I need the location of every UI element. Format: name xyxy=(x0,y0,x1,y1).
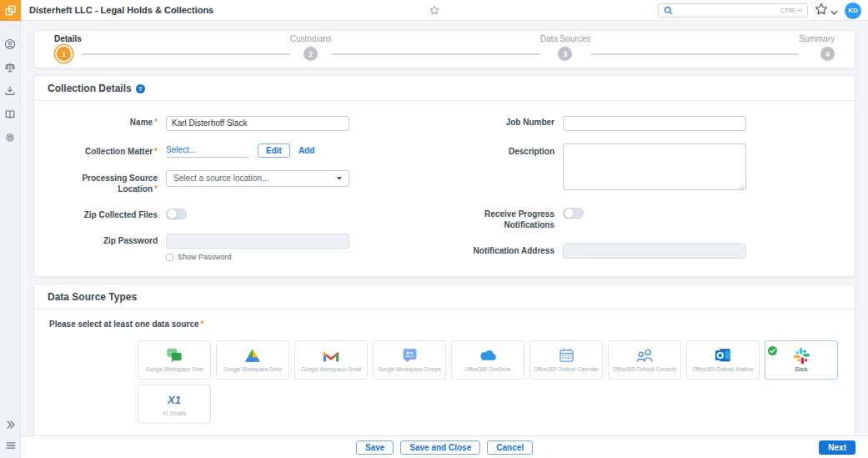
tile-label: Slack xyxy=(795,367,807,373)
info-icon[interactable] xyxy=(136,84,145,93)
main-content: Details1Custodians2Data Sources3Summary4… xyxy=(21,21,868,435)
tile-google-workspace-gmail[interactable]: Google Workspace Gmail xyxy=(294,340,368,380)
add-matter-link[interactable]: Add xyxy=(299,146,314,155)
next-button[interactable]: Next xyxy=(819,440,855,455)
data-source-instruction: Please select at least one data source* xyxy=(49,320,840,329)
top-bar: Disterheft LLC - Legal Holds & Collectio… xyxy=(0,0,868,21)
description-textarea[interactable] xyxy=(563,143,746,190)
edit-matter-button[interactable]: Edit xyxy=(258,143,290,158)
collection-details-card: Collection Details Name* Collection Matt… xyxy=(33,75,855,277)
job-number-input[interactable] xyxy=(563,116,746,131)
tile-label: Office365 Outlook Mailbox xyxy=(692,367,754,373)
sidebar xyxy=(0,21,21,458)
google-gmail-icon xyxy=(322,347,340,364)
step-data-sources[interactable]: Data Sources3 xyxy=(540,34,591,61)
search-icon xyxy=(664,3,673,18)
search-shortcut: CTRL+/ xyxy=(780,7,802,14)
notification-address-input xyxy=(563,244,746,259)
tile-office365-outlook-calendar[interactable]: Office365 Outlook Calendar xyxy=(529,340,603,380)
zip-password-label: Zip Password xyxy=(49,233,158,262)
step-number: 2 xyxy=(304,47,318,61)
tile-label: Office365 OneDrive xyxy=(464,367,510,373)
cancel-button[interactable]: Cancel xyxy=(487,440,533,455)
expand-icon[interactable] xyxy=(4,418,17,430)
user-icon[interactable] xyxy=(4,38,17,50)
tile-office365-outlook-mailbox[interactable]: Office365 Outlook Mailbox xyxy=(686,340,760,380)
menu-icon[interactable] xyxy=(4,439,17,451)
notification-address-label: Notification Address xyxy=(463,243,554,259)
zip-collected-files-toggle[interactable] xyxy=(166,209,187,219)
outlook-contacts-icon xyxy=(635,347,655,364)
stepper: Details1Custodians2Data Sources3Summary4 xyxy=(34,31,855,68)
caret-down-icon xyxy=(337,177,342,180)
chevron-down-icon xyxy=(830,3,838,18)
tile-label: Google Workspace Groups xyxy=(378,367,441,373)
import-icon[interactable] xyxy=(4,84,17,97)
step-label: Summary xyxy=(799,34,835,43)
step-number: 4 xyxy=(820,47,835,61)
outlook-mailbox-icon xyxy=(714,347,732,364)
favorite-star-icon[interactable] xyxy=(429,4,439,19)
tile-slack[interactable]: Slack xyxy=(765,340,838,380)
tile-google-workspace-groups[interactable]: Google Workspace Groups xyxy=(373,340,446,380)
selected-check-icon xyxy=(768,344,777,353)
tile-google-workspace-drive[interactable]: Google Workspace Drive xyxy=(216,340,289,380)
google-groups-icon xyxy=(401,347,419,364)
receive-progress-notifications-toggle[interactable] xyxy=(563,208,584,219)
zip-collected-files-label: Zip Collected Files xyxy=(49,207,158,220)
gear-icon[interactable] xyxy=(4,131,17,143)
tile-office365-onedrive[interactable]: Office365 OneDrive xyxy=(451,340,524,380)
tile-label: Office365 Outlook Contacts xyxy=(613,367,677,373)
step-connector xyxy=(82,53,290,55)
show-password-label: Show Password xyxy=(178,253,232,261)
tile-label: Google Workspace Gmail xyxy=(301,367,361,373)
name-input[interactable] xyxy=(166,116,349,131)
tile-label: X1 Emails xyxy=(163,411,186,417)
tile-office365-outlook-contacts[interactable]: Office365 Outlook Contacts xyxy=(608,340,681,380)
step-number: 3 xyxy=(558,47,572,61)
step-label: Data Sources xyxy=(540,34,591,43)
save-button[interactable]: Save xyxy=(356,440,394,455)
step-connector xyxy=(332,53,540,55)
outlook-calendar-icon xyxy=(558,347,575,364)
step-details[interactable]: Details1 xyxy=(54,34,82,61)
onedrive-icon xyxy=(478,347,498,364)
tile-label: Google Workspace Drive xyxy=(223,367,282,373)
receive-progress-notifications-label: Receive Progress Notifications xyxy=(463,206,554,230)
star-icon xyxy=(815,3,828,19)
name-label: Name* xyxy=(49,114,158,131)
show-password-checkbox[interactable] xyxy=(166,254,173,261)
search-box[interactable]: CTRL+/ xyxy=(658,3,808,18)
google-chat-icon xyxy=(165,347,183,364)
book-icon[interactable] xyxy=(4,108,17,120)
tile-google-workspace-chat[interactable]: Google Workspace Chat xyxy=(138,340,211,380)
avatar[interactable]: KD xyxy=(845,3,861,19)
step-custodians[interactable]: Custodians2 xyxy=(290,34,332,61)
svg-text:X1: X1 xyxy=(167,394,181,406)
search-input[interactable] xyxy=(676,7,777,15)
slack-icon xyxy=(793,347,810,364)
app-logo-icon[interactable] xyxy=(0,0,21,21)
job-number-label: Job Number xyxy=(463,114,554,131)
processing-source-location-select[interactable]: Select a source location... xyxy=(166,170,349,187)
page-title: Disterheft LLC - Legal Holds & Collectio… xyxy=(29,5,213,15)
sidebar-bottom xyxy=(0,418,21,451)
step-label: Details xyxy=(54,34,82,43)
step-summary[interactable]: Summary4 xyxy=(799,34,835,61)
zip-password-input xyxy=(166,234,349,249)
favorites-menu[interactable] xyxy=(815,3,838,19)
description-label: Description xyxy=(463,143,554,194)
step-connector xyxy=(590,53,799,55)
collection-details-title: Collection Details xyxy=(48,83,132,94)
sidebar-nav xyxy=(0,21,20,143)
tile-x1-emails[interactable]: X1X1 Emails xyxy=(138,385,211,424)
google-drive-icon xyxy=(243,347,262,364)
step-number: 1 xyxy=(57,47,71,61)
save-and-close-button[interactable]: Save and Close xyxy=(400,440,480,455)
data-source-tiles: Google Workspace ChatGoogle Workspace Dr… xyxy=(49,340,840,424)
collection-matter-select[interactable]: Select... xyxy=(166,143,249,158)
x1-icon: X1 xyxy=(163,391,185,408)
scales-icon[interactable] xyxy=(4,61,17,73)
wizard-stepper-card: Details1Custodians2Data Sources3Summary4 xyxy=(33,30,855,68)
collection-matter-label: Collection Matter* xyxy=(49,143,158,158)
